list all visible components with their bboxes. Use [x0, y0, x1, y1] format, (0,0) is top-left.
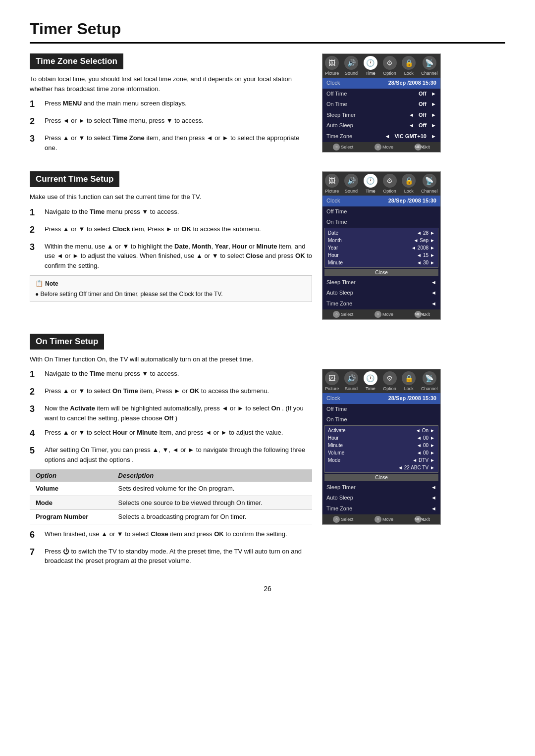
step-ct-1: 1 Navigate to the Time menu press ▼ to a… — [30, 207, 312, 219]
tv-icon-lock: 🔒 Lock — [402, 174, 416, 194]
step-text: Press ▲ or ▼ to select On Time item, Pre… — [45, 386, 269, 396]
step-text: Navigate to the Time menu press ▼ to acc… — [45, 207, 179, 217]
tv-icon-sound: 🔊 Sound — [344, 174, 358, 194]
step-num: 2 — [30, 115, 39, 128]
step-text: When finished, use ▲ or ▼ to select Clos… — [45, 529, 287, 539]
step-text: Within the menu, use ▲ or ▼ to highlight… — [45, 242, 312, 271]
option-table: Option Description Volume Sets desired v… — [30, 469, 312, 524]
submenu-row-date: Date ◄ 28 ► — [328, 229, 435, 237]
tv-row-timezone: Time Zone ◄ VIC GMT+10 ► — [322, 131, 440, 142]
tv-icon-sound: 🔊 Sound — [344, 56, 358, 76]
note-box: 📋 Note ● Before setting Off timer and On… — [30, 275, 312, 302]
step-text: Press ⏻ to switch the TV to standby mode… — [45, 547, 312, 566]
current-time-steps: 1 Navigate to the Time menu press ▼ to a… — [30, 207, 312, 271]
tv-row-clock: Clock 28/Sep /2008 15:30 — [322, 196, 440, 206]
tv-row-autosleep: Auto Sleep ◄ — [322, 288, 440, 299]
submenu-row-hour: Hour ◄ 00 ► — [328, 434, 435, 442]
tv-icon-option: ⚙ Option — [383, 174, 397, 194]
step-text: Now the Activate item will be highlighte… — [45, 403, 312, 423]
step-ot-7: 7 Press ⏻ to switch the TV to standby mo… — [30, 547, 312, 566]
option-cell: Mode — [30, 496, 112, 510]
step-tz-1: 1 Press MENU and the main menu screen di… — [30, 99, 312, 111]
desc-cell: Sets desired volume for the On program. — [112, 482, 312, 496]
time-zone-steps: 1 Press MENU and the main menu screen di… — [30, 99, 312, 152]
tv-submenu-ontimer: Activate ◄ On ► Hour ◄ 00 ► Minute ◄ 00 … — [324, 425, 438, 473]
close-button[interactable]: Close — [324, 269, 438, 276]
sound-icon: 🔊 — [344, 56, 358, 70]
step-text: Navigate to the Time menu press ▼ to acc… — [45, 369, 179, 379]
page-number: 26 — [30, 585, 505, 593]
on-timer-section: On Timer Setup With On Timer function On… — [30, 334, 505, 571]
tv-footer-3: ○ Select ○ Move MENU Exit — [322, 514, 440, 524]
tv-icon-lock: 🔒 Lock — [402, 56, 416, 76]
step-num: 2 — [30, 223, 39, 237]
tv-menu-1: 🖼 Picture 🔊 Sound 🕐 Time ⚙ Option — [322, 53, 505, 152]
step-ot-2: 2 Press ▲ or ▼ to select On Time item, P… — [30, 386, 312, 399]
on-timer-steps: 1 Navigate to the Time menu press ▼ to a… — [30, 369, 312, 464]
time-zone-section: Time Zone Selection To obtain local time… — [30, 53, 505, 157]
tv-row-offtime: Off Time — [322, 404, 440, 415]
step-num: 3 — [30, 132, 39, 146]
time-zone-header: Time Zone Selection — [30, 53, 123, 69]
tv-icon-sound: 🔊 Sound — [344, 371, 358, 391]
tv-row-sleep: Sleep Timer ◄ — [322, 277, 440, 288]
option-icon: ⚙ — [383, 56, 397, 70]
tv-row-ontime: On Time — [322, 414, 440, 425]
table-row: Volume Sets desired volume for the On pr… — [30, 482, 312, 496]
table-row: Program Number Selects a broadcasting pr… — [30, 510, 312, 524]
tv-row-sleep: Sleep Timer ◄ Off ► — [322, 110, 440, 121]
submenu-row-activate: Activate ◄ On ► — [328, 427, 435, 434]
submenu-row-volume: Volume ◄ 00 ► — [328, 449, 435, 456]
submenu-row-hour: Hour ◄ 15 ► — [328, 252, 435, 259]
tv-row-autosleep: Auto Sleep ◄ — [322, 493, 440, 504]
tv-icon-lock: 🔒 Lock — [402, 371, 416, 391]
channel-icon: 📡 — [423, 56, 436, 70]
step-text: Press ▲ or ▼ to select Hour or Minute it… — [45, 428, 283, 438]
option-cell: Program Number — [30, 510, 112, 524]
description-col-header: Description — [112, 469, 312, 482]
submenu-row-month: Month ◄ Sep ► — [328, 237, 435, 244]
desc-cell: Selects one source to be viewed through … — [112, 496, 312, 510]
step-num: 4 — [30, 427, 39, 440]
tv-icon-time: 🕐 Time — [364, 371, 377, 391]
picture-icon: 🖼 — [325, 174, 339, 188]
step-text: After setting On Timer, you can press ▲,… — [45, 445, 312, 464]
current-time-section: Current Time Setup Make use of this func… — [30, 171, 505, 320]
submenu-row-mode: Mode ◄ DTV ► — [328, 456, 435, 464]
tv-row-offtime: Off Time Off ► — [322, 89, 440, 100]
tv-icon-channel: 📡 Channel — [421, 371, 438, 391]
step-ot-4: 4 Press ▲ or ▼ to select Hour or Minute … — [30, 428, 312, 440]
close-button-2[interactable]: Close — [324, 474, 438, 481]
on-timer-header: On Timer Setup — [30, 334, 104, 350]
step-num: 2 — [30, 385, 39, 399]
lock-icon: 🔒 — [402, 174, 416, 188]
desc-cell: Selects a broadcasting program for On ti… — [112, 510, 312, 524]
tv-row-offtime: Off Time — [322, 206, 440, 217]
picture-icon: 🖼 — [325, 56, 339, 70]
tv-menu-2: 🖼 Picture 🔊 Sound 🕐 Time ⚙ Option — [322, 171, 505, 320]
sound-icon: 🔊 — [344, 174, 358, 188]
lock-icon: 🔒 — [402, 371, 416, 385]
tv-icon-channel: 📡 Channel — [421, 56, 438, 76]
step-num: 1 — [30, 98, 39, 111]
table-row: Mode Selects one source to be viewed thr… — [30, 496, 312, 510]
tv-row-timezone: Time Zone ◄ — [322, 299, 440, 309]
tv-row-autosleep: Auto Sleep ◄ Off ► — [322, 120, 440, 131]
option-icon: ⚙ — [383, 371, 397, 385]
step-tz-2: 2 Press ◄ or ► to select Time menu, pres… — [30, 116, 312, 128]
step-num: 7 — [30, 546, 39, 559]
tv-icon-picture: 🖼 Picture — [325, 371, 339, 391]
tv-row-sleep: Sleep Timer ◄ — [322, 482, 440, 493]
option-col-header: Option — [30, 469, 112, 482]
step-text: Press ▲ or ▼ to select Clock item, Press… — [45, 224, 261, 234]
step-num: 3 — [30, 241, 39, 254]
step-num: 1 — [30, 206, 39, 219]
tv-icon-time: 🕐 Time — [364, 174, 377, 194]
option-icon: ⚙ — [383, 174, 397, 188]
picture-icon: 🖼 — [325, 371, 339, 385]
tv-footer-2: ○ Select ○ Move MENU Exit — [322, 309, 440, 319]
on-timer-steps-after: 6 When finished, use ▲ or ▼ to select Cl… — [30, 529, 312, 566]
tv-icon-channel: 📡 Channel — [421, 174, 438, 194]
tv-row-ontime: On Time — [322, 217, 440, 228]
channel-icon: 📡 — [423, 174, 436, 188]
